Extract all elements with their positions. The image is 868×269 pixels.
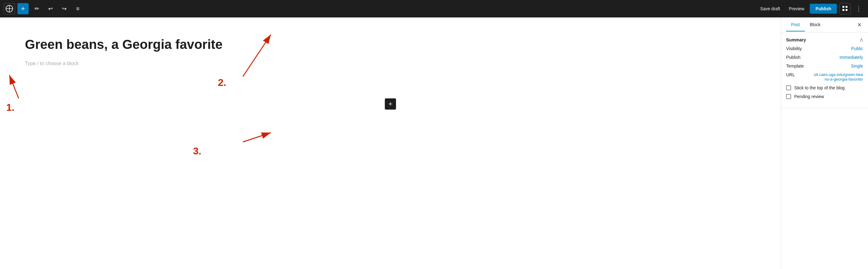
svg-rect-6: [842, 6, 844, 8]
pending-review-label: Pending review: [794, 94, 824, 99]
svg-point-1: [9, 8, 10, 10]
save-draft-button[interactable]: Save draft: [757, 4, 783, 13]
sidebar-tabs: Post Block: [786, 18, 856, 31]
summary-section-header: Summary ⋀: [786, 37, 863, 42]
publish-button[interactable]: Publish: [810, 4, 837, 14]
sidebar-close-button[interactable]: ✕: [856, 20, 863, 30]
list-view-button[interactable]: ≡: [72, 3, 84, 14]
visibility-label: Visibility: [786, 46, 811, 51]
settings-button[interactable]: [839, 3, 850, 14]
main-layout: Green beans, a Georgia favorite Type / t…: [0, 18, 868, 269]
toolbar: + ✏ ↩ ↪ ≡ Save draft Preview Publish: [0, 0, 868, 18]
svg-rect-8: [842, 9, 844, 11]
toolbar-left: + ✏ ↩ ↪ ≡: [4, 3, 757, 14]
list-view-icon: ≡: [76, 6, 80, 12]
redo-button[interactable]: ↪: [59, 3, 70, 14]
pending-review-row: Pending review: [786, 94, 863, 99]
sidebar: Post Block ✕ Summary ⋀ Visibility Public…: [781, 18, 868, 269]
svg-text:3.: 3.: [193, 145, 202, 157]
summary-section: Summary ⋀ Visibility Public Publish Imme…: [781, 32, 868, 108]
annotations-overlay: 1. 2. 3.: [0, 18, 781, 269]
more-options-button[interactable]: ⋮: [853, 3, 864, 14]
toolbar-right: Save draft Preview Publish ⋮: [757, 3, 864, 14]
stick-to-top-row: Stick to the top of the blog: [786, 85, 863, 90]
publish-label: Publish: [786, 55, 811, 60]
svg-rect-9: [845, 9, 847, 11]
wp-logo-icon: [6, 5, 13, 12]
editor-area: Green beans, a Georgia favorite Type / t…: [0, 18, 781, 269]
svg-line-13: [9, 75, 19, 98]
visibility-value[interactable]: Public: [851, 46, 863, 51]
sidebar-header: Post Block ✕: [781, 18, 868, 32]
chevron-up-icon[interactable]: ⋀: [860, 38, 863, 42]
publish-value[interactable]: Immediately: [840, 55, 863, 60]
add-block-float-button[interactable]: +: [385, 98, 396, 110]
template-label: Template: [786, 63, 811, 68]
url-label: URL: [786, 72, 811, 77]
brush-tool-button[interactable]: ✏: [31, 3, 42, 14]
summary-title: Summary: [786, 37, 806, 42]
wp-logo-button[interactable]: [4, 3, 15, 14]
url-value[interactable]: oit.caes.uga.edu/green-beans-a-georgia-f…: [813, 72, 863, 82]
url-row: URL oit.caes.uga.edu/green-beans-a-georg…: [786, 72, 863, 82]
brush-icon: ✏: [35, 5, 39, 12]
publish-row: Publish Immediately: [786, 55, 863, 60]
add-block-button[interactable]: +: [18, 3, 29, 14]
stick-to-top-label: Stick to the top of the blog: [794, 85, 845, 90]
template-value[interactable]: Single: [851, 63, 863, 68]
template-row: Template Single: [786, 63, 863, 68]
pending-review-checkbox[interactable]: [786, 94, 791, 99]
tab-block[interactable]: Block: [805, 18, 825, 31]
preview-button[interactable]: Preview: [786, 4, 808, 13]
visibility-row: Visibility Public: [786, 46, 863, 51]
settings-icon: [842, 6, 848, 12]
svg-line-17: [243, 132, 271, 142]
more-options-icon: ⋮: [856, 5, 862, 12]
tab-post[interactable]: Post: [786, 18, 805, 31]
svg-text:1.: 1.: [6, 102, 14, 113]
stick-to-top-checkbox[interactable]: [786, 85, 791, 90]
undo-button[interactable]: ↩: [45, 3, 56, 14]
block-placeholder[interactable]: Type / to choose a block: [25, 59, 756, 67]
svg-text:2.: 2.: [218, 77, 226, 88]
post-title[interactable]: Green beans, a Georgia favorite: [25, 36, 756, 53]
undo-icon: ↩: [48, 5, 53, 12]
svg-rect-7: [845, 6, 847, 8]
redo-icon: ↪: [62, 5, 67, 12]
